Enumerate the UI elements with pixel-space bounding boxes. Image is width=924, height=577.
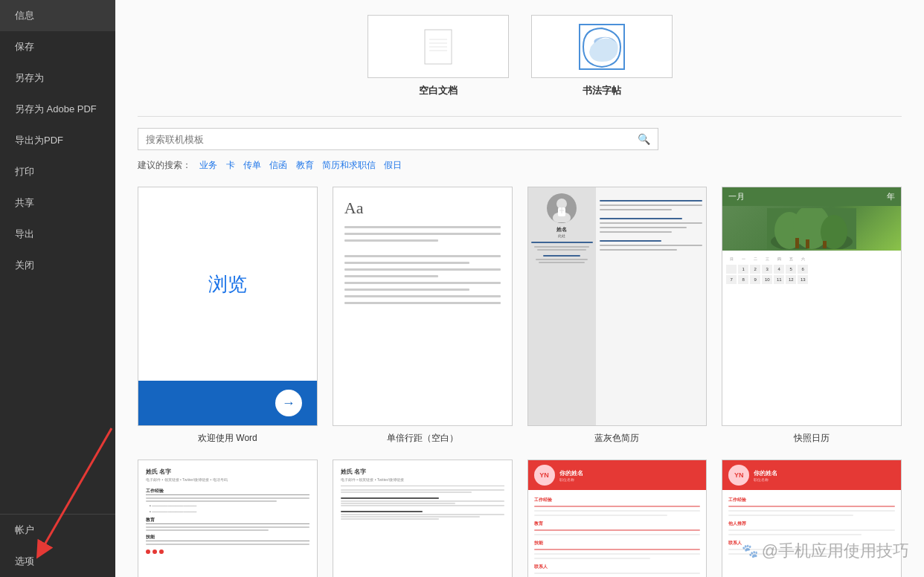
gr-name: 姓氏 名字 [146, 468, 309, 476]
line11 [344, 302, 501, 304]
blank-doc-label: 空白文档 [419, 84, 458, 97]
template-card-green-resume[interactable]: 姓氏 名字 电子邮件 • 领英链接 • Twitter/微博链接 • 电话号码 … [138, 460, 318, 577]
welcome-arrow: → [275, 390, 302, 416]
template-label-blue-resume: 蓝灰色简历 [594, 432, 639, 445]
sidebar-item-save-as-pdf[interactable]: 另存为 Adobe PDF [0, 94, 115, 125]
template-card-calendar[interactable]: 一月 年 [722, 187, 902, 445]
calendar-row-2: 7 8 9 10 11 12 13 [726, 275, 897, 284]
calligraphy-icon [576, 21, 628, 73]
template-thumb-yn-2[interactable]: YN 你的姓名 职位名称 工作经验 他人推荐 [722, 460, 902, 577]
sidebar-item-info[interactable]: 信息 [0, 0, 115, 31]
template-card-yn-1[interactable]: YN 你的姓名 职位名称 工作经验 教育 技能 [527, 460, 708, 577]
template-thumb-welcome[interactable]: 浏览 → [138, 187, 318, 426]
template-card-welcome[interactable]: 浏览 → 欢迎使用 Word [138, 187, 318, 445]
welcome-text: 浏览 [208, 271, 247, 297]
line8 [344, 282, 501, 284]
suggested-tag-business[interactable]: 业务 [199, 160, 217, 170]
template-thumb-calendar[interactable]: 一月 年 [722, 187, 902, 426]
resume-name: 姓名 [556, 226, 567, 233]
sidebar-item-save-as[interactable]: 另存为 [0, 62, 115, 94]
gr-bullet2: • ───────────────── [146, 509, 309, 514]
sidebar-item-share[interactable]: 共享 [0, 187, 115, 219]
calendar-row-1: 1 2 3 4 5 6 [726, 265, 897, 274]
yn-body-1: 工作经验 教育 技能 联系人 [528, 490, 707, 577]
suggested-tag-education[interactable]: 教育 [296, 160, 314, 170]
calendar-header: 一月 年 [722, 187, 901, 206]
template-label-single-spacing: 单倍行距（空白） [387, 432, 458, 445]
calligraphy-thumb[interactable] [531, 15, 673, 78]
blank-doc-thumb[interactable] [368, 15, 509, 78]
suggested-tag-letter[interactable]: 信函 [269, 160, 287, 170]
welcome-bottom: → [138, 381, 317, 425]
line9 [344, 288, 469, 291]
svg-rect-18 [795, 238, 799, 248]
yn-section-edu-2: 联系人 [728, 540, 895, 547]
svg-rect-19 [823, 241, 827, 248]
sidebar-item-export-pdf[interactable]: 导出为PDF [0, 125, 115, 156]
suggested-tag-holiday[interactable]: 假日 [384, 160, 402, 170]
line3 [344, 239, 438, 242]
yn-avatar-1: YN [534, 465, 555, 486]
line5 [344, 262, 469, 264]
template-card-blue-resume[interactable]: 姓名 此处 [527, 187, 708, 445]
sidebar-item-save[interactable]: 保存 [0, 31, 115, 62]
resume-name-block: 姓名 此处 [556, 226, 567, 238]
sidebar-item-export[interactable]: 导出 [0, 219, 115, 250]
suggested-tag-card[interactable]: 卡 [226, 160, 235, 170]
sidebar-item-print[interactable]: 打印 [0, 156, 115, 187]
yn-section-extra-1: 联系人 [534, 564, 701, 570]
sidebar-item-account[interactable]: 帐户 [0, 515, 115, 546]
template-label-welcome: 欢迎使用 Word [198, 432, 257, 445]
yn-section-work-2: 工作经验 [728, 497, 895, 503]
suggested-label: 建议的搜索： [138, 160, 191, 170]
resume-avatar [547, 193, 577, 223]
blue-resume-inner: 姓名 此处 [528, 187, 707, 425]
gr-contact: 电子邮件 • 领英链接 • Twitter/微博链接 • 电话号码 [146, 477, 309, 482]
yn-name-1: 你的姓名 [559, 469, 583, 477]
sidebar-item-options[interactable]: 选项 [0, 546, 115, 577]
svg-point-7 [556, 199, 567, 209]
green-resume-inner: 姓氏 名字 电子邮件 • 领英链接 • Twitter/微博链接 • 电话号码 … [138, 460, 317, 577]
welcome-thumb-inner: 浏览 → [138, 187, 317, 425]
wr-name: 姓氏 名字 [341, 468, 504, 476]
aa-header: Aa [344, 199, 501, 218]
calligraphy-label: 书法字帖 [583, 84, 621, 97]
search-button[interactable]: 🔍 [638, 133, 650, 145]
yn-section-other-2: 他人推荐 [728, 520, 895, 527]
sidebar: 信息 保存 另存为 另存为 Adobe PDF 导出为PDF 打印 共享 导出 … [0, 0, 115, 577]
line10 [344, 295, 501, 297]
yn-name-block-1: 你的姓名 职位名称 [559, 469, 583, 482]
resume-right-col [596, 187, 707, 425]
template-card-single-spacing[interactable]: Aa 单倍行距（空白） [333, 187, 513, 445]
calligraphy-template[interactable]: 书法字帖 [531, 15, 673, 97]
resume-left-col: 姓名 此处 [528, 187, 596, 425]
search-input[interactable] [146, 134, 638, 145]
yn-title-1: 职位名称 [559, 477, 583, 482]
template-thumb-yn-1[interactable]: YN 你的姓名 职位名称 工作经验 教育 技能 [527, 460, 708, 577]
template-card-yn-2[interactable]: YN 你的姓名 职位名称 工作经验 他人推荐 [722, 460, 902, 577]
template-thumb-blue-resume[interactable]: 姓名 此处 [527, 187, 708, 426]
svg-rect-17 [806, 239, 809, 248]
calendar-year: 年 [887, 191, 895, 202]
suggested-tag-flyer[interactable]: 传单 [243, 160, 261, 170]
main-content: 空白文档 书法字帖 🔍 建议的搜索： 业务 卡 传单 信 [115, 0, 924, 577]
suggested-searches: 建议的搜索： 业务 卡 传单 信函 教育 简历和求职信 假日 [138, 159, 902, 172]
blank-doc-template[interactable]: 空白文档 [368, 15, 509, 97]
line7 [344, 275, 438, 277]
welcome-top: 浏览 [138, 187, 317, 381]
blank-page-icon [423, 28, 453, 65]
single-spacing-inner: Aa [333, 187, 512, 425]
yn-section-work-1: 工作经验 [534, 497, 701, 503]
yn-name-2: 你的姓名 [754, 469, 777, 477]
template-card-white-resume[interactable]: 姓氏 名字 电子邮件 • 领英链接 • Twitter/微博链接 [333, 460, 513, 577]
template-thumb-green-resume[interactable]: 姓氏 名字 电子邮件 • 领英链接 • Twitter/微博链接 • 电话号码 … [138, 460, 318, 577]
template-grid: 浏览 → 欢迎使用 Word Aa [138, 187, 902, 577]
suggested-tag-resume[interactable]: 简历和求职信 [322, 160, 376, 170]
sidebar-item-close[interactable]: 关闭 [0, 250, 115, 281]
calendar-header-row: 日 一 二 三 四 五 六 [726, 254, 897, 263]
top-templates-row: 空白文档 书法字帖 [138, 15, 902, 97]
yn-name-block-2: 你的姓名 职位名称 [754, 469, 777, 482]
template-thumb-white-resume[interactable]: 姓氏 名字 电子邮件 • 领英链接 • Twitter/微博链接 [333, 460, 513, 577]
template-thumb-single-spacing[interactable]: Aa [333, 187, 513, 426]
gr-bullet1: • ───────────────── [146, 503, 309, 508]
